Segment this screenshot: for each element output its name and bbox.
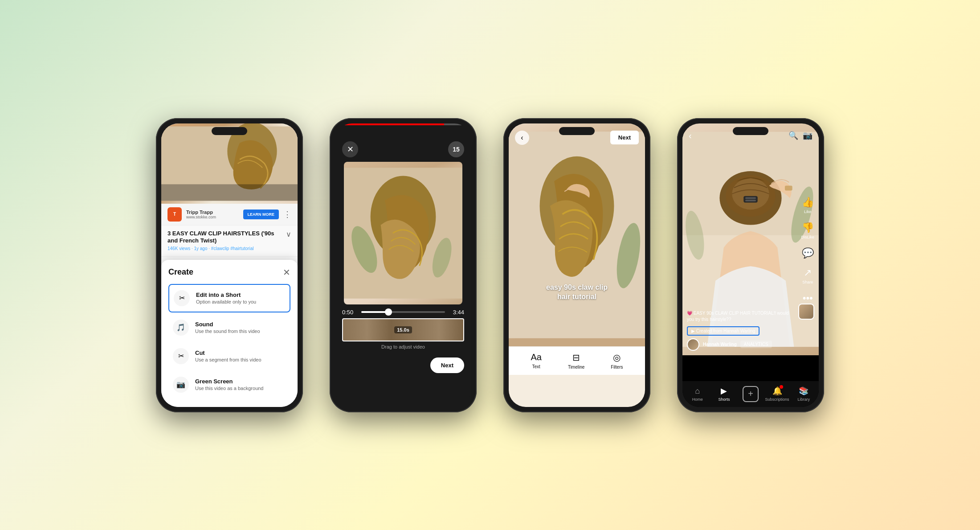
shorts-back-button[interactable]: ‹ <box>689 131 692 141</box>
nav-subscriptions[interactable]: 🔔 Subscriptions <box>764 386 791 402</box>
editor-next-button[interactable]: Next <box>430 357 464 373</box>
filters-tool-label: Filters <box>611 365 623 370</box>
film-strip[interactable]: 15.0s <box>342 318 464 341</box>
sound-subtitle: Use the sound from this video <box>195 329 260 334</box>
channel-thumbnail[interactable] <box>798 304 814 320</box>
video-preview <box>344 162 462 304</box>
video-thumbnail-1 <box>161 123 298 204</box>
shorts-dislike-icon: 👎 <box>802 222 814 233</box>
video-title-row: 3 EASY CLAW CLIP HAIRSTYLES ('90s and Fr… <box>167 230 291 245</box>
nav-home[interactable]: ⌂ Home <box>684 386 711 402</box>
creator-avatar[interactable] <box>687 338 699 351</box>
shorts-camera-button[interactable]: 📷 <box>803 131 813 140</box>
shorts-nav-icon: ▶ <box>721 386 727 396</box>
progress-bar <box>335 123 471 125</box>
modal-close-button[interactable]: ✕ <box>283 267 290 278</box>
drag-hint: Drag to adjust video <box>342 344 464 349</box>
green-screen-item[interactable]: 📷 Green Screen Use this video as a backg… <box>168 371 290 398</box>
shorts-comment-icon: 💬 <box>802 247 814 259</box>
cut-item[interactable]: ✂ Cut Use a segment from this video <box>168 343 290 370</box>
editor-header: ✕ 15 <box>335 123 471 162</box>
preview-next-button[interactable]: Next <box>610 131 639 144</box>
svg-rect-18 <box>745 199 756 201</box>
cut-subtitle: Use a segment from this video <box>195 357 261 362</box>
hashtags[interactable]: #clawclip #hairtutorial <box>211 246 254 251</box>
caption-line-2: hair tutorial <box>509 292 645 302</box>
timeline-thumb[interactable] <box>385 308 392 316</box>
thumbnail-image <box>161 123 298 204</box>
green-screen-subtitle: Use this video as a background <box>195 386 263 391</box>
modal-header: Create ✕ <box>168 267 290 278</box>
home-nav-icon: ⌂ <box>695 386 700 396</box>
phone-3-screen: ‹ Next easy 90s claw clip hair tutorial … <box>509 123 645 407</box>
green-screen-text: Green Screen Use this video as a backgro… <box>195 378 263 391</box>
shorts-dislike-button[interactable]: 👎 DisLike <box>801 222 814 239</box>
shorts-nav-label: Shorts <box>718 397 730 402</box>
subscriptions-nav-label: Subscriptions <box>765 397 789 402</box>
modal-title: Create <box>168 267 193 277</box>
more-options-icon[interactable]: ⋮ <box>283 210 291 219</box>
timeline-tool[interactable]: ⊟ Timeline <box>568 352 584 370</box>
svg-rect-16 <box>743 196 758 202</box>
create-nav-icon[interactable]: + <box>743 386 759 402</box>
sound-item[interactable]: 🎵 Sound Use the sound from this video <box>168 314 290 341</box>
edit-short-title: Edit into a Short <box>196 292 256 298</box>
shorts-more-icon: ••• <box>803 292 813 304</box>
shorts-search-button[interactable]: 🔍 <box>788 131 798 140</box>
svg-rect-19 <box>785 185 792 190</box>
edit-short-icon: ✂ <box>174 290 190 306</box>
film-strip-duration: 15.0s <box>394 326 412 333</box>
shorts-like-button[interactable]: 👍 Like <box>802 196 814 214</box>
edit-into-short-item[interactable]: ✂ Edit into a Short Option available onl… <box>168 284 290 312</box>
shorts-video: ‹ 🔍 📷 👍 Like 👎 DisLike 💬 <box>682 123 819 355</box>
home-nav-label: Home <box>692 397 703 402</box>
time-display-row: 0:50 3:44 <box>342 309 464 316</box>
ad-url: www.stokke.com <box>186 215 239 219</box>
sound-text: Sound Use the sound from this video <box>195 321 260 334</box>
preview-back-button[interactable]: ‹ <box>515 131 529 145</box>
shorts-bottom-content: 💗 EASY 90s CLAW CLIP HAIR TUTORIAL‼ woul… <box>687 310 796 351</box>
cut-text: Cut Use a segment from this video <box>195 349 261 362</box>
phone-4: ‹ 🔍 📷 👍 Like 👎 DisLike 💬 <box>677 118 824 412</box>
created-from-badge[interactable]: ▶ Created from Hannah Warling <box>687 326 760 336</box>
shorts-right-actions: 👍 Like 👎 DisLike 💬 ↗ Share <box>801 196 814 304</box>
preview-video-3: ‹ Next easy 90s claw clip hair tutorial <box>509 123 645 346</box>
ad-banner: T Tripp Trapp www.stokke.com LEARN MORE … <box>161 204 298 226</box>
phone-2: ✕ 15 <box>330 118 477 412</box>
text-tool-icon: Aa <box>531 352 541 362</box>
svg-rect-17 <box>745 197 756 199</box>
nav-library[interactable]: 📚 Library <box>790 386 817 402</box>
shorts-more-button[interactable]: ••• <box>803 292 813 304</box>
created-from-text: ▶ Created from Hannah Warling <box>691 329 755 333</box>
filters-tool[interactable]: ◎ Filters <box>611 352 623 370</box>
learn-more-button[interactable]: LEARN MORE <box>243 210 279 219</box>
sound-icon: 🎵 <box>173 320 189 336</box>
editor-tools-bar: Aa Text ⊟ Timeline ◎ Filters <box>509 346 645 375</box>
filters-tool-icon: ◎ <box>613 352 621 363</box>
phone-2-screen: ✕ 15 <box>335 123 471 407</box>
sound-title: Sound <box>195 321 260 328</box>
chevron-down-icon[interactable]: ∨ <box>286 230 291 238</box>
phone-1: T Tripp Trapp www.stokke.com LEARN MORE … <box>156 118 303 412</box>
shorts-comment-button[interactable]: 💬 <box>802 247 814 259</box>
nav-create[interactable]: + <box>737 386 764 402</box>
shorts-share-label: Share <box>802 279 813 284</box>
timer-badge: 15 <box>448 141 464 157</box>
shorts-dislike-label: DisLike <box>801 234 814 239</box>
timeline-tool-label: Timeline <box>568 365 584 370</box>
editor-close-button[interactable]: ✕ <box>342 141 358 157</box>
caption-line-1: easy 90s claw clip <box>509 283 645 292</box>
text-tool[interactable]: Aa Text <box>531 352 541 370</box>
analytics-button[interactable]: ANALYTICS <box>740 341 772 348</box>
edit-short-text: Edit into a Short Option available only … <box>196 292 256 304</box>
svg-point-15 <box>732 178 769 209</box>
green-screen-title: Green Screen <box>195 378 263 385</box>
time-current: 0:50 <box>342 309 353 316</box>
timeline-track[interactable] <box>361 311 445 313</box>
ad-text: Tripp Trapp www.stokke.com <box>186 210 239 219</box>
text-tool-label: Text <box>532 364 540 369</box>
shorts-share-button[interactable]: ↗ Share <box>802 267 813 284</box>
nav-shorts[interactable]: ▶ Shorts <box>711 386 738 402</box>
phones-container: T Tripp Trapp www.stokke.com LEARN MORE … <box>138 100 842 430</box>
shorts-like-icon: 👍 <box>802 196 814 208</box>
